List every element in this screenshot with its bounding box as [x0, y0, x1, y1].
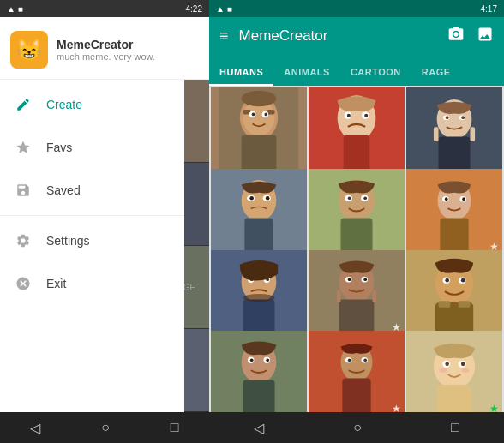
meme-cell-6[interactable]: ★ [406, 169, 502, 256]
right-time: 4:17 [481, 4, 497, 14]
left-status-bar: ▲ ■ 4:22 [0, 0, 209, 17]
left-time: 4:22 [186, 4, 202, 14]
meme-cell-10[interactable] [211, 331, 307, 412]
left-panel: ▲ ■ 4:22 😸 MemeCreator much meme. very w… [0, 0, 209, 443]
nav-label-settings: Settings [46, 234, 90, 248]
meme-cell-1[interactable] [211, 87, 307, 175]
meme-grid: ★ [209, 86, 504, 412]
meme-cell-11[interactable]: ★ [309, 331, 405, 412]
svg-point-38 [348, 196, 351, 200]
svg-point-85 [348, 359, 351, 362]
svg-point-93 [461, 362, 465, 367]
meme-cell-12[interactable]: ★ [406, 331, 502, 412]
svg-point-45 [445, 197, 448, 201]
svg-point-10 [242, 91, 277, 107]
svg-point-8 [264, 113, 267, 117]
nav-item-settings[interactable]: Settings [0, 219, 184, 262]
meme-cell-5[interactable] [309, 169, 405, 256]
nav-label-favs: Favs [46, 141, 72, 154]
nav-item-create[interactable]: Create [0, 83, 184, 126]
nav-item-favs[interactable]: Favs [0, 126, 184, 169]
nav-label-saved: Saved [46, 183, 81, 197]
tab-humans[interactable]: HUMANS [209, 60, 273, 86]
nav-menu: Create Favs Saved [0, 80, 184, 412]
svg-point-79 [266, 359, 269, 362]
left-status-icons: ▲ ■ [7, 4, 23, 14]
right-status-bar: ▲ ■ 4:17 [209, 0, 504, 17]
svg-point-23 [461, 116, 465, 119]
home-button-right[interactable]: ○ [353, 420, 362, 435]
left-bottom-nav: ◁ ○ □ [0, 412, 209, 443]
back-button-left[interactable]: ◁ [30, 420, 40, 436]
app-tagline: much meme. very wow. [57, 51, 155, 62]
svg-point-7 [252, 113, 255, 117]
recents-button-left[interactable]: □ [171, 420, 179, 435]
svg-point-78 [250, 359, 254, 362]
settings-icon [14, 231, 33, 250]
tab-cartoon[interactable]: CARTOON [340, 60, 411, 86]
svg-rect-64 [373, 290, 377, 302]
nav-item-saved[interactable]: Saved [0, 169, 184, 212]
svg-point-61 [363, 278, 367, 281]
svg-rect-73 [459, 301, 471, 307]
toolbar-title: MemeCreator [239, 27, 437, 45]
svg-point-15 [347, 114, 351, 117]
favs-icon [14, 138, 33, 157]
star-badge-11: ★ [392, 403, 401, 412]
svg-rect-94 [437, 385, 472, 412]
nav-label-create: Create [46, 98, 82, 111]
svg-point-32 [266, 196, 270, 201]
svg-rect-87 [342, 379, 370, 412]
meme-cell-8[interactable]: ★ [309, 250, 405, 338]
create-icon [14, 95, 33, 114]
app-header: 😸 MemeCreator much meme. very wow. [0, 17, 209, 80]
app-icon: 😸 [10, 31, 48, 69]
hamburger-icon[interactable]: ≡ [219, 28, 229, 44]
svg-point-60 [348, 278, 351, 281]
tabs-bar: HUMANS ANIMALS CARTOON RAGE [209, 55, 504, 86]
svg-rect-63 [337, 290, 341, 302]
svg-point-31 [249, 196, 254, 201]
tab-rage[interactable]: RAGE [411, 60, 461, 86]
right-status-left: ▲ ■ [216, 4, 232, 14]
svg-rect-72 [438, 301, 450, 307]
svg-rect-25 [434, 127, 439, 141]
svg-point-86 [363, 359, 367, 362]
gallery-icon[interactable] [477, 26, 494, 47]
svg-point-39 [363, 196, 367, 200]
exit-icon [14, 274, 33, 293]
right-bottom-nav: ◁ ○ □ [209, 412, 504, 443]
meme-cell-2[interactable] [309, 87, 405, 175]
meme-cell-4[interactable] [211, 169, 307, 256]
toolbar: ≡ MemeCreator [209, 17, 504, 55]
app-name: MemeCreator [57, 38, 155, 51]
star-badge-12: ★ [489, 403, 499, 412]
drawer-area: RAGE Create Favs [0, 80, 209, 412]
svg-point-69 [445, 278, 449, 282]
recents-button-right[interactable]: □ [451, 420, 459, 435]
home-button-left[interactable]: ○ [101, 420, 110, 435]
svg-point-46 [462, 197, 465, 201]
svg-point-92 [445, 362, 449, 367]
back-button-right[interactable]: ◁ [254, 420, 264, 436]
nav-item-exit[interactable]: Exit [0, 262, 184, 305]
tab-animals[interactable]: ANIMALS [273, 60, 340, 86]
app-info: MemeCreator much meme. very wow. [57, 38, 155, 62]
svg-rect-80 [243, 380, 274, 412]
svg-point-16 [364, 114, 368, 117]
svg-point-96 [461, 368, 469, 374]
meme-cell-7[interactable] [211, 250, 307, 338]
meme-cell-3[interactable] [406, 87, 502, 175]
nav-divider [0, 215, 184, 216]
svg-point-55 [243, 293, 274, 301]
svg-rect-26 [471, 127, 476, 141]
saved-icon [14, 181, 33, 200]
camera-icon[interactable] [447, 26, 465, 47]
meme-cell-9[interactable] [406, 250, 502, 338]
svg-point-22 [446, 116, 449, 119]
nav-label-exit: Exit [46, 277, 66, 290]
right-panel: ▲ ■ 4:17 ≡ MemeCreator HUMANS ANIMALS CA… [209, 0, 504, 443]
svg-point-95 [439, 368, 447, 374]
svg-point-70 [461, 278, 465, 282]
toolbar-actions [447, 26, 494, 47]
